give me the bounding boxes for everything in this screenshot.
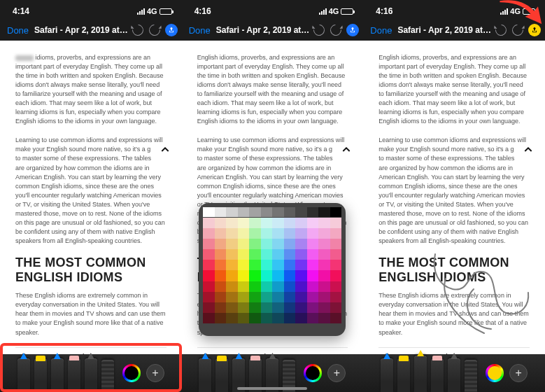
color-swatch[interactable] xyxy=(249,228,261,239)
color-swatch[interactable] xyxy=(238,218,250,228)
color-swatch[interactable] xyxy=(318,302,330,313)
color-swatch[interactable] xyxy=(318,228,330,239)
color-swatch[interactable] xyxy=(261,313,273,323)
scroll-to-top-button[interactable] xyxy=(160,144,171,159)
color-swatch[interactable] xyxy=(307,292,319,302)
color-swatch[interactable] xyxy=(226,292,238,302)
color-swatch[interactable] xyxy=(307,260,319,270)
color-swatch[interactable] xyxy=(272,218,284,228)
marker-tool[interactable] xyxy=(397,358,410,392)
page-content[interactable]: idioms, proverbs, and expressions are an… xyxy=(0,41,182,392)
color-swatch[interactable] xyxy=(295,270,307,281)
color-swatch[interactable] xyxy=(295,260,307,270)
color-swatch[interactable] xyxy=(215,260,227,270)
color-swatch[interactable] xyxy=(238,292,250,302)
color-swatch[interactable] xyxy=(307,313,319,323)
home-indicator[interactable] xyxy=(237,387,307,390)
color-swatch[interactable] xyxy=(318,239,330,249)
share-button[interactable] xyxy=(165,24,178,36)
color-swatch[interactable] xyxy=(295,207,307,217)
color-swatch[interactable] xyxy=(318,292,330,302)
color-swatch[interactable] xyxy=(272,302,284,313)
color-swatch[interactable] xyxy=(307,302,319,313)
color-swatch[interactable] xyxy=(272,281,284,292)
scroll-to-top-button[interactable] xyxy=(341,144,352,159)
color-swatch[interactable] xyxy=(330,218,342,228)
undo-button[interactable] xyxy=(495,24,507,36)
color-swatch[interactable] xyxy=(284,302,296,313)
color-swatch[interactable] xyxy=(203,228,215,239)
color-swatch[interactable] xyxy=(284,260,296,270)
color-swatch[interactable] xyxy=(215,270,227,281)
color-swatch[interactable] xyxy=(238,239,250,249)
color-swatch[interactable] xyxy=(295,239,307,249)
color-swatch[interactable] xyxy=(226,302,238,313)
color-swatch[interactable] xyxy=(238,313,250,323)
color-swatch[interactable] xyxy=(215,302,227,313)
color-swatch[interactable] xyxy=(203,218,215,228)
color-swatch[interactable] xyxy=(203,281,215,292)
color-swatch[interactable] xyxy=(249,207,261,217)
page-content[interactable]: English idioms, proverbs, and expression… xyxy=(363,41,545,392)
color-swatch[interactable] xyxy=(284,249,296,260)
color-swatch[interactable] xyxy=(330,313,342,323)
pen-tool[interactable] xyxy=(381,358,393,392)
color-picker-popover[interactable] xyxy=(199,203,346,336)
color-swatch[interactable] xyxy=(215,207,227,217)
done-button[interactable]: Done xyxy=(367,25,395,36)
color-swatch[interactable] xyxy=(261,292,273,302)
add-annotation-button[interactable]: + xyxy=(509,364,528,382)
color-swatch[interactable] xyxy=(249,302,261,313)
color-swatch[interactable] xyxy=(226,313,238,323)
color-swatch[interactable] xyxy=(295,228,307,239)
color-swatch[interactable] xyxy=(295,281,307,292)
color-swatch[interactable] xyxy=(261,228,273,239)
color-swatch[interactable] xyxy=(284,207,296,217)
color-swatch[interactable] xyxy=(318,260,330,270)
color-well-button[interactable] xyxy=(486,364,504,382)
color-swatch[interactable] xyxy=(272,270,284,281)
marker-tool[interactable] xyxy=(34,358,47,392)
add-annotation-button[interactable]: + xyxy=(146,364,164,382)
color-swatch[interactable] xyxy=(261,270,273,281)
share-button[interactable] xyxy=(346,24,359,36)
color-swatch[interactable] xyxy=(261,207,273,217)
color-swatch[interactable] xyxy=(203,207,215,217)
color-swatch[interactable] xyxy=(330,281,342,292)
color-swatch[interactable] xyxy=(307,207,319,217)
color-swatch[interactable] xyxy=(307,249,319,260)
color-swatch[interactable] xyxy=(203,313,215,323)
color-swatch[interactable] xyxy=(215,249,227,260)
color-swatch[interactable] xyxy=(295,249,307,260)
color-swatch[interactable] xyxy=(238,207,250,217)
color-swatch[interactable] xyxy=(261,281,273,292)
color-swatch[interactable] xyxy=(307,281,319,292)
color-swatch[interactable] xyxy=(272,249,284,260)
color-swatch[interactable] xyxy=(284,292,296,302)
color-swatch[interactable] xyxy=(272,239,284,249)
color-swatch[interactable] xyxy=(215,292,227,302)
color-swatch[interactable] xyxy=(238,260,250,270)
color-swatch[interactable] xyxy=(284,270,296,281)
color-swatch[interactable] xyxy=(215,313,227,323)
color-swatch[interactable] xyxy=(295,313,307,323)
color-swatch[interactable] xyxy=(203,270,215,281)
color-swatch[interactable] xyxy=(215,218,227,228)
pencil-tool[interactable] xyxy=(51,358,64,392)
color-swatch[interactable] xyxy=(226,228,238,239)
color-swatch[interactable] xyxy=(203,292,215,302)
color-swatch[interactable] xyxy=(203,239,215,249)
color-swatch[interactable] xyxy=(238,281,250,292)
color-swatch[interactable] xyxy=(226,218,238,228)
color-swatch[interactable] xyxy=(284,313,296,323)
ruler-tool[interactable] xyxy=(101,360,114,392)
color-swatch[interactable] xyxy=(330,270,342,281)
color-swatch[interactable] xyxy=(215,281,227,292)
color-swatch[interactable] xyxy=(249,313,261,323)
color-well-button[interactable] xyxy=(122,364,141,382)
color-swatch[interactable] xyxy=(295,302,307,313)
redo-button[interactable] xyxy=(511,24,524,36)
color-swatch[interactable] xyxy=(249,218,261,228)
pencil-tool[interactable] xyxy=(414,356,427,392)
color-swatch[interactable] xyxy=(330,239,342,249)
